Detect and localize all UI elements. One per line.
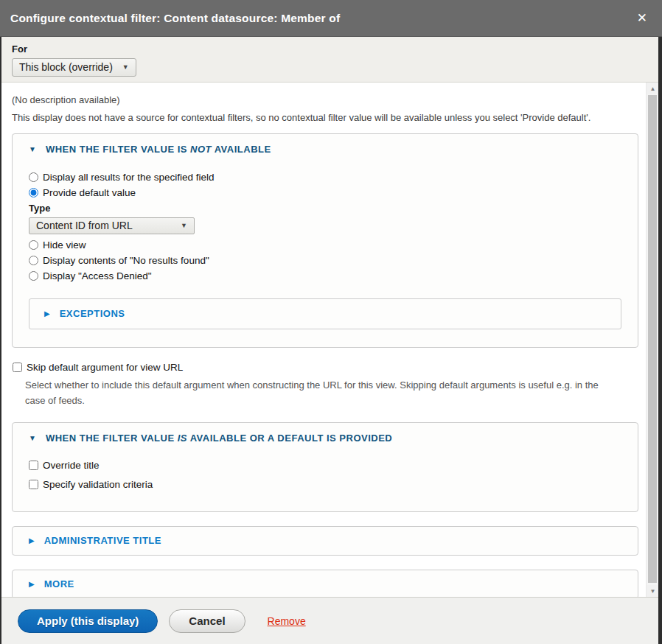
remove-link[interactable]: Remove	[268, 615, 306, 627]
scroll-down-icon[interactable]: ▼	[647, 585, 658, 597]
radio-label: Display contents of "No results found"	[43, 255, 209, 266]
display-source-warning: This display does not have a source for …	[12, 112, 638, 123]
fieldset-exceptions-toggle[interactable]: ▶ Exceptions	[44, 308, 606, 319]
chevron-down-icon: ▼	[122, 63, 129, 71]
radio-label: Display "Access Denied"	[43, 270, 152, 281]
radio-access-denied[interactable]	[29, 271, 38, 281]
fieldset-admin-title: ▶ Administrative title	[12, 526, 638, 556]
radio-provide-default[interactable]	[29, 188, 38, 197]
no-description-text: (No description available)	[12, 94, 638, 105]
dialog-title: Configure contextual filter: Content dat…	[10, 12, 340, 25]
fieldset-available-legend: When the filter value is available or a …	[46, 433, 392, 444]
for-section: For This block (override) ▼	[1, 37, 658, 83]
close-icon[interactable]: ✕	[637, 12, 647, 24]
for-label: For	[12, 43, 648, 55]
triangle-down-icon: ▼	[29, 434, 36, 442]
fieldset-admin-title-legend: Administrative title	[44, 535, 161, 546]
radio-row-hide-view[interactable]: Hide view	[29, 239, 621, 251]
radio-row-display-all[interactable]: Display all results for the specified fi…	[29, 172, 621, 183]
skip-default-description: Select whether to include this default a…	[25, 377, 618, 408]
fieldset-exceptions-legend: Exceptions	[60, 308, 125, 319]
type-select-value: Content ID from URL	[36, 220, 133, 231]
type-label: Type	[29, 203, 621, 214]
default-type-select[interactable]: Content ID from URL ▼	[29, 217, 195, 234]
for-select[interactable]: This block (override) ▼	[12, 58, 136, 77]
checkbox-row-override-title[interactable]: Override title	[29, 460, 621, 471]
fieldset-exceptions: ▶ Exceptions	[29, 298, 621, 329]
content-inner: (No description available) This display …	[1, 83, 646, 597]
apply-button[interactable]: Apply (this display)	[18, 609, 158, 633]
fieldset-not-available: ▼ When the filter value is not available…	[12, 133, 638, 348]
triangle-down-icon: ▼	[29, 145, 36, 153]
default-action-options: Display all results for the specified fi…	[29, 172, 621, 198]
fieldset-more: ▶ More	[12, 570, 638, 597]
fieldset-available-toggle[interactable]: ▼ When the filter value is available or …	[29, 433, 621, 444]
fieldset-available: ▼ When the filter value is available or …	[12, 422, 638, 512]
radio-no-results[interactable]	[29, 256, 38, 265]
triangle-right-icon: ▶	[29, 536, 35, 545]
dialog-footer: Apply (this display) Cancel Remove	[1, 597, 658, 644]
dialog-body: For This block (override) ▼ (No descript…	[1, 37, 658, 644]
chevron-down-icon: ▼	[181, 222, 187, 229]
triangle-right-icon: ▶	[44, 309, 50, 318]
radio-label: Provide default value	[43, 187, 136, 198]
fieldset-more-toggle[interactable]: ▶ More	[29, 578, 621, 589]
scrollbar-thumb[interactable]	[648, 95, 657, 583]
cancel-button[interactable]: Cancel	[169, 609, 245, 633]
override-title-checkbox[interactable]	[29, 461, 38, 470]
vertical-scrollbar[interactable]: ▲ ▼	[646, 83, 658, 597]
radio-hide-view[interactable]	[29, 240, 38, 250]
fieldset-not-available-legend: When the filter value is not available	[46, 144, 271, 155]
radio-row-no-results[interactable]: Display contents of "No results found"	[29, 255, 621, 266]
no-default-options: Hide view Display contents of "No result…	[29, 239, 621, 281]
radio-row-provide-default[interactable]: Provide default value	[29, 187, 621, 198]
radio-display-all[interactable]	[29, 172, 38, 182]
skip-default-checkbox[interactable]	[13, 363, 22, 372]
radio-label: Hide view	[43, 239, 86, 251]
skip-default-row[interactable]: Skip default argument for view URL	[13, 362, 638, 373]
dialog-content: (No description available) This display …	[1, 83, 658, 597]
radio-row-access-denied[interactable]: Display "Access Denied"	[29, 270, 621, 281]
dialog-header: Configure contextual filter: Content dat…	[0, 0, 662, 37]
checkbox-row-validation[interactable]: Specify validation criteria	[29, 479, 621, 490]
fieldset-more-legend: More	[44, 578, 74, 589]
scroll-up-icon[interactable]: ▲	[647, 83, 658, 94]
fieldset-admin-title-toggle[interactable]: ▶ Administrative title	[29, 535, 621, 546]
checkbox-label: Override title	[43, 460, 100, 471]
triangle-right-icon: ▶	[29, 580, 35, 588]
specify-validation-checkbox[interactable]	[29, 480, 38, 489]
available-options: Override title Specify validation criter…	[29, 460, 621, 490]
fieldset-not-available-toggle[interactable]: ▼ When the filter value is not available	[29, 144, 621, 155]
checkbox-label: Specify validation criteria	[43, 479, 153, 490]
skip-default-label: Skip default argument for view URL	[27, 362, 183, 373]
for-select-value: This block (override)	[19, 61, 113, 73]
radio-label: Display all results for the specified fi…	[43, 172, 215, 183]
